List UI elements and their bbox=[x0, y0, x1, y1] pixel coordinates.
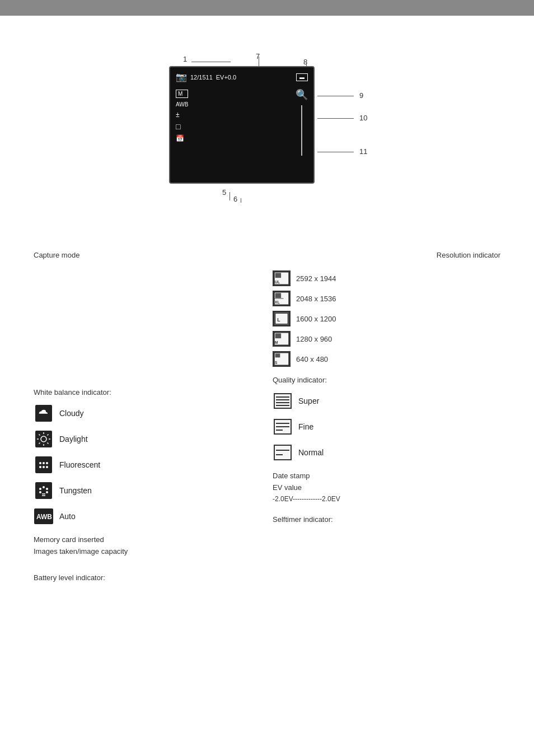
wb-tungsten-row: Tungsten bbox=[34, 480, 261, 501]
svg-text:AWB: AWB bbox=[36, 513, 52, 521]
res-xl-icon: XL bbox=[273, 291, 291, 306]
svg-rect-53 bbox=[274, 445, 291, 460]
res-m-svg: M bbox=[274, 331, 289, 347]
quality-super-svg bbox=[274, 393, 292, 409]
leader-line-6v bbox=[241, 198, 241, 203]
wb-fluorescent-row: Fluorescent bbox=[34, 455, 261, 475]
spacer-left bbox=[34, 559, 261, 570]
auto-wb-label: Auto bbox=[59, 512, 76, 521]
ev-value-label: EV value bbox=[273, 483, 500, 492]
cloudy-label: Cloudy bbox=[59, 409, 84, 418]
battery-label: Battery level indicator: bbox=[34, 573, 261, 582]
left-spacer bbox=[34, 270, 261, 388]
fluorescent-svg bbox=[35, 456, 53, 474]
svg-rect-32 bbox=[275, 293, 282, 298]
wb-heading: White balance indicator: bbox=[34, 388, 261, 396]
svg-rect-44 bbox=[274, 394, 291, 408]
quality-normal-label: Normal bbox=[298, 448, 324, 457]
num-label-9: 9 bbox=[359, 91, 363, 100]
lcd-wb-icon: AWB bbox=[176, 101, 188, 108]
lcd-datestamp-icon: 📅 bbox=[176, 134, 188, 142]
date-stamp-label: Date stamp bbox=[273, 472, 500, 480]
quality-fine-row: Fine bbox=[273, 417, 500, 437]
svg-point-16 bbox=[43, 466, 45, 468]
svg-point-21 bbox=[46, 488, 48, 490]
num-label-7: 7 bbox=[256, 52, 260, 60]
lcd-exp-icon: ± bbox=[176, 111, 188, 119]
quality-heading: Quality indicator: bbox=[273, 376, 500, 384]
num-label-6: 6 bbox=[233, 195, 237, 203]
res-l-icon: L bbox=[273, 311, 291, 326]
resolution-section: UL 2592 x 1944 XL 2048 x 1536 bbox=[273, 270, 500, 367]
svg-text:L: L bbox=[277, 317, 280, 323]
lcd-frame-icon: □ bbox=[176, 122, 188, 131]
main-two-col: White balance indicator: Cloudy bbox=[34, 270, 500, 585]
quality-super-icon bbox=[273, 391, 293, 411]
fluorescent-icon bbox=[34, 455, 54, 475]
quality-super-label: Super bbox=[298, 396, 319, 405]
col-right: UL 2592 x 1944 XL 2048 x 1536 bbox=[273, 270, 500, 585]
num-label-1: 1 bbox=[183, 55, 187, 63]
svg-rect-39 bbox=[275, 333, 282, 338]
res-m-icon: M bbox=[273, 331, 291, 347]
lcd-zoom-icon: 🔍 bbox=[296, 88, 308, 101]
quality-normal-svg bbox=[274, 445, 292, 460]
images-capacity-label: Images taken/image capacity bbox=[34, 547, 261, 556]
svg-text:XL: XL bbox=[275, 300, 280, 304]
lcd-top-row: 📷 12/1511 EV+0.0 ▬ bbox=[170, 67, 313, 85]
quality-fine-svg bbox=[274, 419, 292, 435]
num-label-8: 8 bbox=[303, 58, 307, 66]
res-xl-svg: XL bbox=[274, 291, 289, 306]
bottom-left-col: Memory card inserted Images taken/image … bbox=[34, 535, 261, 582]
lcd-battery: ▬ bbox=[296, 73, 308, 81]
quality-super-row: Super bbox=[273, 391, 500, 411]
svg-point-12 bbox=[39, 462, 41, 464]
leader-line-1 bbox=[191, 62, 231, 62]
wb-section: White balance indicator: Cloudy bbox=[34, 388, 261, 526]
svg-rect-42 bbox=[275, 353, 280, 357]
res-xl-label: 2048 x 1536 bbox=[296, 295, 336, 303]
res-s-row: S 640 x 480 bbox=[273, 351, 500, 367]
lcd-counter: 12/1511 bbox=[190, 74, 213, 81]
lcd-left-icons: M AWB ± □ 📅 bbox=[176, 90, 188, 142]
quality-fine-label: Fine bbox=[298, 422, 313, 431]
bottom-right-col: Date stamp EV value -2.0EV-------------2… bbox=[273, 472, 500, 524]
capture-mode-label: Capture mode bbox=[34, 251, 79, 259]
top-bar bbox=[0, 0, 534, 16]
res-ul-label: 2592 x 1944 bbox=[296, 274, 336, 283]
col-left: White balance indicator: Cloudy bbox=[34, 270, 261, 585]
auto-wb-icon: AWB bbox=[34, 506, 54, 526]
svg-rect-11 bbox=[35, 456, 52, 473]
auto-wb-svg: AWB bbox=[34, 508, 54, 525]
camera-lcd: 📷 12/1511 EV+0.0 ▬ M AWB ± □ 📅 🔍 bbox=[169, 66, 315, 184]
res-s-icon: S bbox=[273, 351, 291, 367]
svg-point-13 bbox=[43, 462, 45, 464]
res-m-row: M 1280 x 960 bbox=[273, 331, 500, 347]
svg-rect-29 bbox=[275, 273, 282, 278]
fluorescent-label: Fluorescent bbox=[59, 460, 100, 469]
lcd-right-icons: 🔍 bbox=[296, 88, 308, 156]
svg-point-15 bbox=[39, 466, 41, 468]
svg-point-17 bbox=[46, 466, 48, 468]
wb-cloudy-row: Cloudy bbox=[34, 403, 261, 423]
daylight-svg bbox=[35, 430, 53, 448]
res-l-svg: L bbox=[274, 311, 289, 326]
quality-section: Quality indicator: Super bbox=[273, 376, 500, 463]
res-ul-icon: UL bbox=[273, 270, 291, 286]
tungsten-label: Tungsten bbox=[59, 486, 92, 495]
lcd-camera-icon: 📷 bbox=[176, 72, 187, 82]
cloudy-icon bbox=[34, 403, 54, 423]
leader-line-11 bbox=[317, 152, 354, 152]
svg-point-23 bbox=[46, 491, 48, 493]
leader-line-10 bbox=[317, 118, 354, 119]
res-s-label: 640 x 480 bbox=[296, 355, 328, 363]
num-label-5: 5 bbox=[222, 188, 226, 197]
svg-text:UL: UL bbox=[275, 280, 280, 284]
svg-point-19 bbox=[39, 488, 41, 490]
ev-range: -2.0EV-------------2.0EV bbox=[273, 495, 500, 503]
wb-auto-row: AWB Auto bbox=[34, 506, 261, 526]
leader-line-5v bbox=[229, 192, 230, 200]
selftimer-label: Selftimer indicator: bbox=[273, 515, 500, 524]
svg-text:S: S bbox=[275, 361, 278, 365]
wb-daylight-row: Daylight bbox=[34, 429, 261, 449]
